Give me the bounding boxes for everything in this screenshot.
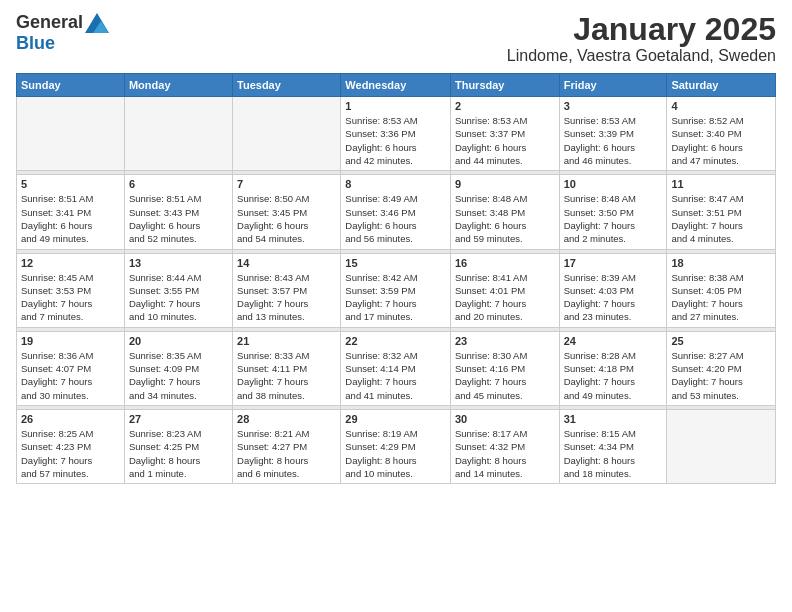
day-number: 25 — [671, 335, 771, 347]
col-thursday: Thursday — [450, 74, 559, 97]
week-row-1: 5Sunrise: 8:51 AM Sunset: 3:41 PM Daylig… — [17, 175, 776, 249]
calendar-cell: 19Sunrise: 8:36 AM Sunset: 4:07 PM Dayli… — [17, 331, 125, 405]
day-number: 29 — [345, 413, 446, 425]
day-number: 15 — [345, 257, 446, 269]
calendar-cell: 2Sunrise: 8:53 AM Sunset: 3:37 PM Daylig… — [450, 97, 559, 171]
day-number: 5 — [21, 178, 120, 190]
calendar-cell: 26Sunrise: 8:25 AM Sunset: 4:23 PM Dayli… — [17, 409, 125, 483]
week-row-3: 19Sunrise: 8:36 AM Sunset: 4:07 PM Dayli… — [17, 331, 776, 405]
day-number: 24 — [564, 335, 663, 347]
calendar-cell: 21Sunrise: 8:33 AM Sunset: 4:11 PM Dayli… — [233, 331, 341, 405]
calendar-cell — [667, 409, 776, 483]
calendar-cell: 4Sunrise: 8:52 AM Sunset: 3:40 PM Daylig… — [667, 97, 776, 171]
logo-blue-text: Blue — [16, 33, 55, 54]
week-row-0: 1Sunrise: 8:53 AM Sunset: 3:36 PM Daylig… — [17, 97, 776, 171]
calendar-cell: 27Sunrise: 8:23 AM Sunset: 4:25 PM Dayli… — [124, 409, 232, 483]
logo-icon — [85, 13, 109, 33]
calendar-cell — [124, 97, 232, 171]
day-number: 22 — [345, 335, 446, 347]
day-number: 17 — [564, 257, 663, 269]
day-info: Sunrise: 8:47 AM Sunset: 3:51 PM Dayligh… — [671, 192, 771, 245]
day-info: Sunrise: 8:52 AM Sunset: 3:40 PM Dayligh… — [671, 114, 771, 167]
calendar-cell: 16Sunrise: 8:41 AM Sunset: 4:01 PM Dayli… — [450, 253, 559, 327]
day-info: Sunrise: 8:43 AM Sunset: 3:57 PM Dayligh… — [237, 271, 336, 324]
header: General Blue January 2025 Lindome, Vaest… — [16, 12, 776, 65]
title-block: January 2025 Lindome, Vaestra Goetaland,… — [507, 12, 776, 65]
day-info: Sunrise: 8:48 AM Sunset: 3:48 PM Dayligh… — [455, 192, 555, 245]
day-number: 11 — [671, 178, 771, 190]
calendar-cell: 3Sunrise: 8:53 AM Sunset: 3:39 PM Daylig… — [559, 97, 667, 171]
calendar-cell: 17Sunrise: 8:39 AM Sunset: 4:03 PM Dayli… — [559, 253, 667, 327]
calendar-cell: 22Sunrise: 8:32 AM Sunset: 4:14 PM Dayli… — [341, 331, 451, 405]
logo: General Blue — [16, 12, 109, 54]
day-number: 30 — [455, 413, 555, 425]
col-saturday: Saturday — [667, 74, 776, 97]
day-info: Sunrise: 8:30 AM Sunset: 4:16 PM Dayligh… — [455, 349, 555, 402]
calendar-cell — [17, 97, 125, 171]
day-info: Sunrise: 8:23 AM Sunset: 4:25 PM Dayligh… — [129, 427, 228, 480]
day-info: Sunrise: 8:17 AM Sunset: 4:32 PM Dayligh… — [455, 427, 555, 480]
week-row-2: 12Sunrise: 8:45 AM Sunset: 3:53 PM Dayli… — [17, 253, 776, 327]
calendar-cell: 8Sunrise: 8:49 AM Sunset: 3:46 PM Daylig… — [341, 175, 451, 249]
calendar-cell: 5Sunrise: 8:51 AM Sunset: 3:41 PM Daylig… — [17, 175, 125, 249]
day-number: 12 — [21, 257, 120, 269]
calendar-cell: 1Sunrise: 8:53 AM Sunset: 3:36 PM Daylig… — [341, 97, 451, 171]
calendar-cell: 24Sunrise: 8:28 AM Sunset: 4:18 PM Dayli… — [559, 331, 667, 405]
location: Lindome, Vaestra Goetaland, Sweden — [507, 47, 776, 65]
calendar-cell: 23Sunrise: 8:30 AM Sunset: 4:16 PM Dayli… — [450, 331, 559, 405]
day-info: Sunrise: 8:51 AM Sunset: 3:43 PM Dayligh… — [129, 192, 228, 245]
day-number: 31 — [564, 413, 663, 425]
day-number: 19 — [21, 335, 120, 347]
col-tuesday: Tuesday — [233, 74, 341, 97]
day-number: 23 — [455, 335, 555, 347]
calendar-cell: 31Sunrise: 8:15 AM Sunset: 4:34 PM Dayli… — [559, 409, 667, 483]
day-info: Sunrise: 8:53 AM Sunset: 3:36 PM Dayligh… — [345, 114, 446, 167]
calendar-cell: 7Sunrise: 8:50 AM Sunset: 3:45 PM Daylig… — [233, 175, 341, 249]
logo-general-text: General — [16, 12, 83, 33]
day-info: Sunrise: 8:33 AM Sunset: 4:11 PM Dayligh… — [237, 349, 336, 402]
day-number: 8 — [345, 178, 446, 190]
calendar-cell: 11Sunrise: 8:47 AM Sunset: 3:51 PM Dayli… — [667, 175, 776, 249]
day-info: Sunrise: 8:38 AM Sunset: 4:05 PM Dayligh… — [671, 271, 771, 324]
col-monday: Monday — [124, 74, 232, 97]
day-number: 18 — [671, 257, 771, 269]
day-number: 1 — [345, 100, 446, 112]
day-info: Sunrise: 8:36 AM Sunset: 4:07 PM Dayligh… — [21, 349, 120, 402]
week-row-4: 26Sunrise: 8:25 AM Sunset: 4:23 PM Dayli… — [17, 409, 776, 483]
day-info: Sunrise: 8:39 AM Sunset: 4:03 PM Dayligh… — [564, 271, 663, 324]
calendar-cell: 13Sunrise: 8:44 AM Sunset: 3:55 PM Dayli… — [124, 253, 232, 327]
day-number: 28 — [237, 413, 336, 425]
day-number: 13 — [129, 257, 228, 269]
day-info: Sunrise: 8:44 AM Sunset: 3:55 PM Dayligh… — [129, 271, 228, 324]
day-number: 21 — [237, 335, 336, 347]
day-number: 9 — [455, 178, 555, 190]
calendar-cell — [233, 97, 341, 171]
calendar: Sunday Monday Tuesday Wednesday Thursday… — [16, 73, 776, 484]
calendar-cell: 10Sunrise: 8:48 AM Sunset: 3:50 PM Dayli… — [559, 175, 667, 249]
day-number: 6 — [129, 178, 228, 190]
day-number: 3 — [564, 100, 663, 112]
calendar-cell: 14Sunrise: 8:43 AM Sunset: 3:57 PM Dayli… — [233, 253, 341, 327]
day-number: 27 — [129, 413, 228, 425]
day-info: Sunrise: 8:49 AM Sunset: 3:46 PM Dayligh… — [345, 192, 446, 245]
calendar-cell: 29Sunrise: 8:19 AM Sunset: 4:29 PM Dayli… — [341, 409, 451, 483]
calendar-cell: 30Sunrise: 8:17 AM Sunset: 4:32 PM Dayli… — [450, 409, 559, 483]
day-number: 20 — [129, 335, 228, 347]
header-row: Sunday Monday Tuesday Wednesday Thursday… — [17, 74, 776, 97]
day-info: Sunrise: 8:25 AM Sunset: 4:23 PM Dayligh… — [21, 427, 120, 480]
calendar-cell: 6Sunrise: 8:51 AM Sunset: 3:43 PM Daylig… — [124, 175, 232, 249]
col-friday: Friday — [559, 74, 667, 97]
day-info: Sunrise: 8:28 AM Sunset: 4:18 PM Dayligh… — [564, 349, 663, 402]
day-info: Sunrise: 8:41 AM Sunset: 4:01 PM Dayligh… — [455, 271, 555, 324]
day-info: Sunrise: 8:53 AM Sunset: 3:39 PM Dayligh… — [564, 114, 663, 167]
calendar-cell: 18Sunrise: 8:38 AM Sunset: 4:05 PM Dayli… — [667, 253, 776, 327]
day-number: 2 — [455, 100, 555, 112]
day-info: Sunrise: 8:42 AM Sunset: 3:59 PM Dayligh… — [345, 271, 446, 324]
calendar-cell: 15Sunrise: 8:42 AM Sunset: 3:59 PM Dayli… — [341, 253, 451, 327]
day-info: Sunrise: 8:15 AM Sunset: 4:34 PM Dayligh… — [564, 427, 663, 480]
calendar-cell: 12Sunrise: 8:45 AM Sunset: 3:53 PM Dayli… — [17, 253, 125, 327]
day-info: Sunrise: 8:50 AM Sunset: 3:45 PM Dayligh… — [237, 192, 336, 245]
page: General Blue January 2025 Lindome, Vaest… — [0, 0, 792, 612]
day-info: Sunrise: 8:35 AM Sunset: 4:09 PM Dayligh… — [129, 349, 228, 402]
day-info: Sunrise: 8:21 AM Sunset: 4:27 PM Dayligh… — [237, 427, 336, 480]
